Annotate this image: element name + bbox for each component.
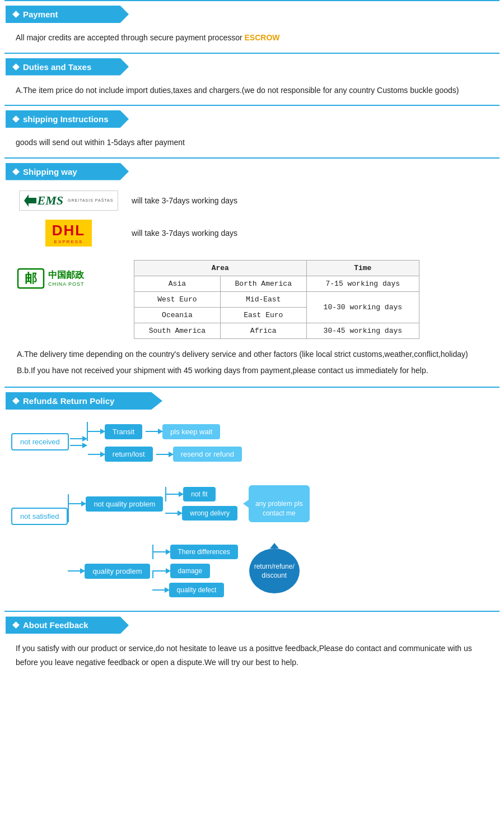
refund-section: Refund& Return Policy not received xyxy=(0,387,504,611)
not-satisfied-box: not satisfied xyxy=(11,508,68,525)
refund-header: Refund& Return Policy xyxy=(6,392,162,410)
ems-logo: EMS GREITASIS PAŠTAS xyxy=(19,191,119,211)
shipping-instructions-content: goods will send out within 1-5days after… xyxy=(0,132,504,157)
feedback-header: About Feedback xyxy=(6,616,129,634)
shipping-way-title: Shipping way xyxy=(23,167,77,176)
delivery-note-1: A.The delivery time depending on the cou… xyxy=(17,348,487,361)
duties-section: Duties and Taxes A.The item price do not… xyxy=(0,53,504,105)
not-received-label: not received xyxy=(20,438,60,446)
ems-text: EMS xyxy=(38,193,63,208)
table-row: Oceania xyxy=(134,307,221,323)
feedback-section: About Feedback If you satisfy with our p… xyxy=(0,611,504,677)
return-lost-box: return/lost xyxy=(105,447,153,462)
shipping-way-header-wrap: Shipping way xyxy=(0,163,504,180)
bubble-arrow-up xyxy=(270,543,279,549)
shipping-instructions-header: shipping Instructions xyxy=(6,110,129,128)
shipping-instructions-section: shipping Instructions goods will send ou… xyxy=(0,105,504,157)
dhl-express-text: EXPRESS xyxy=(54,239,83,244)
damage-box: damage xyxy=(170,564,210,578)
shipping-instructions-title: shipping Instructions xyxy=(23,114,109,124)
feedback-body: If you satisfy with our product or servi… xyxy=(16,644,472,667)
duties-title: Duties and Taxes xyxy=(23,62,91,72)
payment-content: All major credits are accepted through s… xyxy=(0,27,504,53)
quality-prodlem-label: quality prodlem xyxy=(92,567,142,575)
feedback-content: If you satisfy with our product or servi… xyxy=(0,638,504,677)
feedback-title: About Feedback xyxy=(23,620,88,630)
dhl-logo: DHL EXPRESS xyxy=(45,220,92,247)
damage-label: damage xyxy=(178,567,202,575)
duties-body: A.The item price do not include import d… xyxy=(16,86,459,95)
resend-or-refund-label: resend or refund xyxy=(181,450,234,458)
table-time-header: Time xyxy=(306,260,419,276)
chinapost-logo: 邮 中国邮政 CHINA POST xyxy=(17,264,120,292)
wrong-delivery-box: wrong delivry xyxy=(182,506,237,521)
shipping-table: Area Time Asia Borth America 7-15 workin… xyxy=(134,260,419,339)
not-fit-label: not fit xyxy=(191,490,207,498)
shipping-instructions-body: goods will send out within 1-5days after… xyxy=(16,138,185,147)
payment-header: Payment xyxy=(6,6,129,23)
not-received-group: not received xyxy=(11,422,493,462)
quality-defect-label: quality defect xyxy=(177,586,217,594)
greitasis-text: GREITASIS PAŠTAS xyxy=(68,198,113,202)
payment-section: Payment All major credits are accepted t… xyxy=(0,0,504,53)
table-row: East Euro xyxy=(220,307,306,323)
duties-header: Duties and Taxes xyxy=(6,58,129,76)
shipping-way-section: Shipping way EMS GREITASIS PAŠTAS will t… xyxy=(0,157,504,387)
transit-label: Transit xyxy=(113,428,134,436)
any-problem-bubble: any problem pls contact me xyxy=(249,485,310,522)
quality-defect-box: quality defect xyxy=(169,583,225,597)
quality-prodlem-box: quality prodlem xyxy=(85,564,150,579)
dhl-logo-box: DHL EXPRESS xyxy=(17,220,120,247)
diamond-icon xyxy=(12,168,20,175)
table-row: Asia xyxy=(134,276,221,291)
payment-title: Payment xyxy=(23,10,58,19)
shipping-way-header: Shipping way xyxy=(6,163,129,180)
shipping-instructions-header-wrap: shipping Instructions xyxy=(0,110,504,128)
duties-content: A.The item price do not include import d… xyxy=(0,80,504,105)
return-refund-bubble: return/refune/discount xyxy=(249,549,300,593)
duties-header-wrap: Duties and Taxes xyxy=(0,58,504,76)
dhl-text: DHL xyxy=(52,222,85,239)
diamond-icon xyxy=(12,622,20,629)
resend-or-refund-box: resend or refund xyxy=(173,447,242,462)
return-refund-label: return/refune/discount xyxy=(254,562,295,581)
not-quality-problem-label: not quality problem xyxy=(94,500,155,508)
table-row: 10-30 working days xyxy=(306,291,419,323)
diamond-icon xyxy=(12,115,20,123)
transit-box: Transit xyxy=(105,424,142,439)
not-fit-box: not fit xyxy=(183,487,215,501)
escrow-label: ESCROW xyxy=(245,33,280,42)
not-received-box: not received xyxy=(11,433,69,450)
diamond-icon xyxy=(12,63,20,71)
chinapost-label: 中国邮政 CHINA POST xyxy=(48,270,85,287)
table-row: Mid-East xyxy=(220,291,306,307)
delivery-note-2: B.b.If you have not received your shipme… xyxy=(17,364,487,378)
refund-title: Refund& Return Policy xyxy=(23,396,114,406)
table-row: 7-15 working days xyxy=(306,276,419,291)
dhl-delivery-text: will take 3-7days working days xyxy=(132,229,237,238)
svg-text:邮: 邮 xyxy=(25,271,37,285)
feedback-header-wrap: About Feedback xyxy=(0,616,504,634)
table-area-header: Area xyxy=(134,260,307,276)
ems-icon xyxy=(24,194,36,207)
not-quality-problem-box: not quality problem xyxy=(86,496,163,512)
not-satisfied-label: not satisfied xyxy=(20,512,59,521)
ems-delivery-text: will take 3-7days working days xyxy=(132,196,237,205)
chinapost-en-text: CHINA POST xyxy=(48,281,85,287)
svg-marker-0 xyxy=(24,194,36,207)
refund-header-wrap: Refund& Return Policy xyxy=(0,392,504,410)
table-row: West Euro xyxy=(134,291,221,307)
not-satisfied-group: not satisfied not quality problem xyxy=(11,474,493,597)
diamond-icon xyxy=(12,397,20,405)
there-differences-label: There differences xyxy=(178,548,230,556)
pls-keep-wait-label: pls keep wait xyxy=(170,428,212,436)
there-differences-box: There differences xyxy=(170,545,238,559)
flowchart: not received xyxy=(0,414,504,611)
table-row: South America xyxy=(134,323,221,338)
diamond-icon xyxy=(12,11,20,18)
chinapost-cn-text: 中国邮政 xyxy=(48,270,85,281)
table-row: Africa xyxy=(220,323,306,338)
not-satisfied-left: not satisfied xyxy=(11,508,68,525)
return-lost-label: return/lost xyxy=(113,450,145,458)
table-row: Borth America xyxy=(220,276,306,291)
